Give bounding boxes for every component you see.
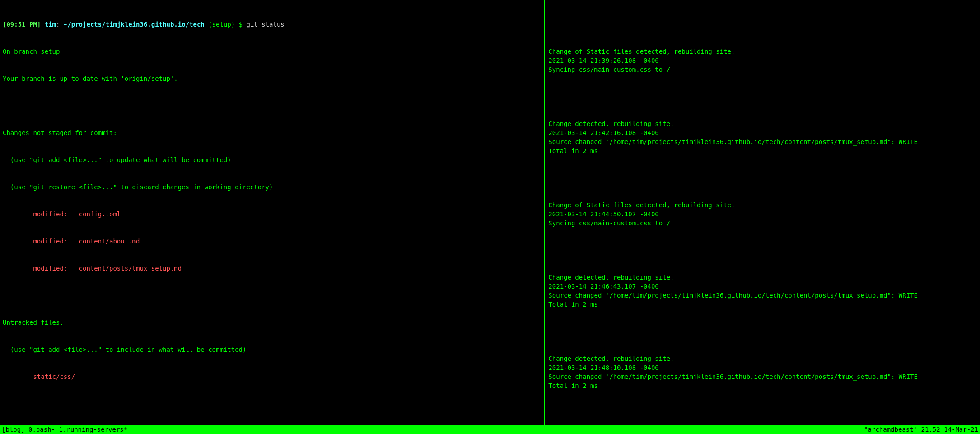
window-tab-0[interactable]: 0:bash- <box>28 426 59 433</box>
right-pane[interactable]: Change of Static files detected, rebuild… <box>545 0 980 425</box>
git-hint-restore: (use "git restore <file>..." to discard … <box>3 182 541 191</box>
prompt-path: ~/projects/timjklein36.github.io/tech <box>64 21 205 28</box>
git-untracked-header: Untracked files: <box>3 318 541 327</box>
status-left: [blog] 0:bash- 1:running-servers* <box>2 425 864 434</box>
git-hint-include: (use "git add <file>..." to include in w… <box>3 345 541 354</box>
git-uptodate: Your branch is up to date with 'origin/s… <box>3 74 541 83</box>
git-modified-file: modified: content/posts/tmux_setup.md <box>3 264 541 273</box>
git-modified-file: modified: content/about.md <box>3 237 541 246</box>
entered-command: git status <box>246 21 284 28</box>
git-changes-header: Changes not staged for commit: <box>3 128 541 137</box>
hostname: "archamdbeast" <box>864 426 921 433</box>
tmux-status-bar: [blog] 0:bash- 1:running-servers* "archa… <box>0 425 980 434</box>
server-log-block: Change detected, rebuilding site. 2021-0… <box>548 273 976 309</box>
prompt-user: tim <box>45 21 56 28</box>
git-hint-add: (use "git add <file>..." to update what … <box>3 155 541 164</box>
git-modified-file: modified: config.toml <box>3 210 541 219</box>
prompt-branch: (setup) $ <box>205 21 247 28</box>
git-untracked-file: static/css/ <box>3 372 541 381</box>
server-log-block: Change of Static files detected, rebuild… <box>548 47 976 74</box>
status-right: "archamdbeast" 21:52 14-Mar-21 <box>864 425 978 434</box>
status-clock: 21:52 14-Mar-21 <box>921 426 978 433</box>
git-branch-line: On branch setup <box>3 47 541 56</box>
server-log-block: Change detected, rebuilding site. 2021-0… <box>548 354 976 390</box>
left-pane[interactable]: [09:51 PM] tim: ~/projects/timjklein36.g… <box>0 0 544 425</box>
prompt-time: [09:51 PM] <box>3 21 41 28</box>
prompt-line-1: [09:51 PM] tim: ~/projects/timjklein36.g… <box>3 20 541 29</box>
server-log-block: Change of Static files detected, rebuild… <box>548 201 976 228</box>
window-tab-1[interactable]: 1:running-servers* <box>59 426 127 433</box>
session-name[interactable]: [blog] <box>2 426 28 433</box>
tmux-panes: [09:51 PM] tim: ~/projects/timjklein36.g… <box>0 0 980 425</box>
server-log-block: Change detected, rebuilding site. 2021-0… <box>548 119 976 155</box>
